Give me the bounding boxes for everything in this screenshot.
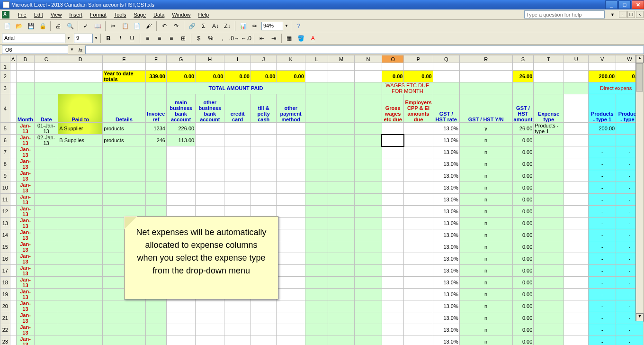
save-icon[interactable]: 💾 [26,21,36,31]
undo-icon[interactable]: ↶ [159,21,170,31]
cell-C7[interactable] [34,146,58,158]
ytd-label[interactable]: Year to date totals [103,71,145,82]
decrease-indent-icon[interactable]: ⇤ [257,33,267,44]
cell-H22[interactable] [196,324,224,336]
col-header-O[interactable]: O [382,55,403,63]
currency-icon[interactable]: $ [194,33,204,44]
cell-M9[interactable] [328,170,355,182]
cell-S20[interactable]: 0.00 [512,300,534,312]
cell-R10[interactable]: n [459,182,512,194]
cell-Q6[interactable]: 13.0% [433,135,459,146]
row-header-9[interactable]: 9 [0,170,10,182]
italic-icon[interactable]: I [115,33,125,44]
cell-C11[interactable] [34,194,58,206]
cell-V18[interactable]: - [589,277,616,289]
cell-T12[interactable] [534,206,564,218]
cell-H8[interactable] [196,158,224,170]
cell-D5[interactable]: A Supplier [58,123,103,135]
cell-C15[interactable] [34,241,58,253]
cell-S16[interactable]: 0.00 [512,253,534,265]
cell-D23[interactable] [58,336,103,345]
cell-I9[interactable] [224,170,251,182]
cell-H20[interactable] [196,300,224,312]
cell-P16[interactable] [404,253,433,265]
cell-L6[interactable] [305,135,328,146]
cell-L12[interactable] [305,206,328,218]
cell-E7[interactable] [103,146,145,158]
fill-color-icon[interactable]: 🪣 [296,33,306,44]
cell-D20[interactable] [58,300,103,312]
cell-L15[interactable] [305,241,328,253]
fx-icon[interactable]: fx [76,47,85,53]
cell-F10[interactable] [145,182,166,194]
cell-K11[interactable] [277,194,305,206]
cell-Q22[interactable]: 13.0% [433,324,459,336]
cell-H11[interactable] [196,194,224,206]
cell-V16[interactable]: - [589,253,616,265]
cell-K18[interactable] [277,277,305,289]
cell-Q21[interactable]: 13.0% [433,312,459,324]
cell-C9[interactable] [34,170,58,182]
cell-N16[interactable] [355,253,382,265]
cell-N13[interactable] [355,218,382,229]
cell-Q19[interactable]: 13.0% [433,289,459,300]
cell-O16[interactable] [382,253,403,265]
cell-D8[interactable] [58,158,103,170]
cell-C10[interactable] [34,182,58,194]
col-header-H[interactable]: H [196,55,224,63]
comma-icon[interactable]: , [217,33,228,44]
cell-R7[interactable]: n [459,146,512,158]
col-header-N[interactable]: N [355,55,382,63]
merge-center-icon[interactable]: ⊞ [178,33,188,44]
cell-L9[interactable] [305,170,328,182]
cell-E20[interactable] [103,300,145,312]
cell-M21[interactable] [328,312,355,324]
cell-Q9[interactable]: 13.0% [433,170,459,182]
cell-D14[interactable] [58,229,103,241]
cell-T16[interactable] [534,253,564,265]
minimize-button[interactable]: _ [605,0,617,9]
maximize-button[interactable]: □ [618,0,631,9]
cell-I20[interactable] [224,300,251,312]
cell-C19[interactable] [34,289,58,300]
cell-J20[interactable] [250,300,277,312]
cell-Q13[interactable]: 13.0% [433,218,459,229]
cell-G6[interactable]: 113.00 [166,135,195,146]
cell-H9[interactable] [196,170,224,182]
col-header-G[interactable]: G [166,55,195,63]
cell-P6[interactable] [404,135,433,146]
cell-G5[interactable]: 226.00 [166,123,195,135]
cell-L11[interactable] [305,194,328,206]
cell-L19[interactable] [305,289,328,300]
redo-icon[interactable]: ↷ [171,21,181,31]
research-icon[interactable]: 📖 [92,21,103,31]
zoom-input[interactable]: 94% [261,22,283,30]
cell-Q14[interactable]: 13.0% [433,229,459,241]
cell-N10[interactable] [355,182,382,194]
increase-indent-icon[interactable]: ⇥ [268,33,279,44]
menu-insert[interactable]: Insert [65,11,86,18]
align-left-icon[interactable]: ≡ [143,33,153,44]
cell-H10[interactable] [196,182,224,194]
cell-C5[interactable]: 01-Jan-13 [34,123,58,135]
permission-icon[interactable]: 🔒 [37,21,48,31]
close-button[interactable]: ✕ [632,0,644,9]
cell-R22[interactable]: n [459,324,512,336]
underline-icon[interactable]: U [127,33,137,44]
cell-W23[interactable]: - [616,336,644,345]
cell-R9[interactable]: n [459,170,512,182]
cell-M22[interactable] [328,324,355,336]
cell-K20[interactable] [277,300,305,312]
row-header-16[interactable]: 16 [0,253,10,265]
cell-K19[interactable] [277,289,305,300]
cell-R16[interactable]: n [459,253,512,265]
cell-C18[interactable] [34,277,58,289]
cell-F7[interactable] [145,146,166,158]
cell-M14[interactable] [328,229,355,241]
cell-L18[interactable] [305,277,328,289]
cell-B19[interactable]: Jan-13 [17,289,35,300]
col-header-A[interactable]: A [10,55,16,63]
print-icon[interactable]: 🖨 [53,21,63,31]
cell-H5[interactable] [196,123,224,135]
cell-P22[interactable] [404,324,433,336]
